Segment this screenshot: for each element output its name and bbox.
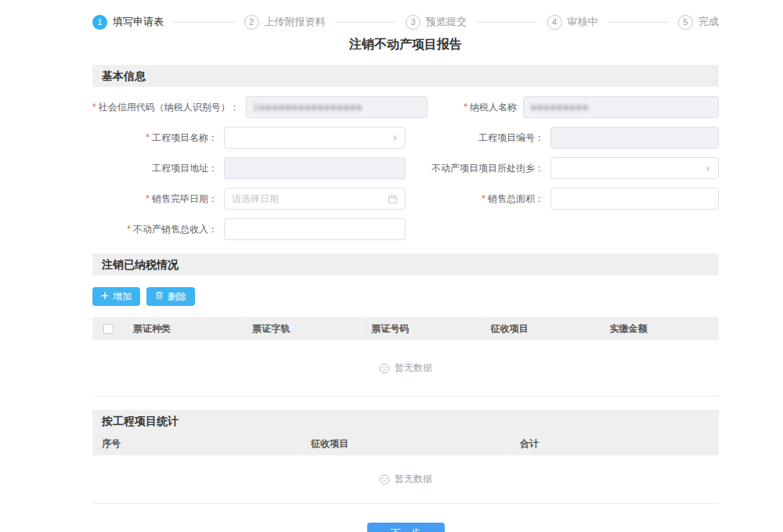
no-data-face-icon [379,474,390,485]
no-data-text: 暂无数据 [395,361,432,375]
field-label: *社会信用代码（纳税人识别号）： [92,101,246,114]
add-row-button[interactable]: 增加 [92,287,140,306]
step-number-badge: 3 [406,15,420,30]
footer: 下一步 [92,523,719,532]
section-header-project-stats: 按工程项目统计 [92,410,719,432]
field-label: *工程项目名称： [92,131,224,145]
sale-complete-date-input[interactable]: 请选择日期 [224,188,406,210]
next-step-button[interactable]: 下一步 [367,523,445,532]
delete-row-button[interactable]: 删除 [146,287,195,306]
step-label: 预览提交 [426,15,467,29]
field-sale-complete-date: *销售完毕日期： 请选择日期 [92,188,406,210]
field-label: 不动产项目项目所处街乡： [406,162,550,175]
redacted-value: 1●●●●●●●●●●●●●●●● [254,102,363,113]
select-all-checkbox[interactable] [103,324,114,334]
step-connector [335,22,397,23]
step-connector [173,22,235,23]
column-header-certificate-number: 票证号码 [361,317,480,340]
total-sale-income-input[interactable] [224,218,406,240]
total-sale-area-input[interactable] [550,188,719,210]
required-mark: * [127,224,131,235]
credit-code-input: 1●●●●●●●●●●●●●●●● [246,96,428,118]
progress-stepper: 1 填写申请表 2 上传附报资料 3 预览提交 4 审核中 5 完成 [92,14,719,30]
step-number-badge: 4 [547,15,562,30]
field-total-sale-income: *不动产销售总收入： [92,218,406,240]
project-name-select[interactable]: ∨ [224,127,406,149]
taxpayer-name-input: ●●●●●●●●● [523,96,719,118]
basic-info-form: *社会信用代码（纳税人识别号）： 1●●●●●●●●●●●●●●●● *纳税人名… [92,96,719,240]
required-mark: * [92,102,96,113]
column-header-certificate-track: 票证字轨 [242,317,361,340]
step-label: 上传附报资料 [265,15,326,29]
field-taxpayer-name: *纳税人名称 ●●●●●●●●● [406,96,719,118]
page-title: 注销不动产项目报告 [92,37,719,53]
project-address-input [224,157,406,179]
step-number-badge: 1 [92,15,107,30]
table-action-buttons: 增加 删除 [92,287,719,306]
column-header-total: 合计 [510,432,719,455]
paid-tax-table-header: 票证种类 票证字轨 票证号码 征收项目 实缴金额 [92,317,719,340]
trash-icon [155,291,164,302]
project-code-input [550,127,719,149]
step-label: 审核中 [568,15,598,29]
column-header-levy-item: 征收项目 [301,432,510,455]
date-placeholder: 请选择日期 [232,192,279,206]
calendar-icon [388,194,398,204]
required-mark: * [146,132,150,143]
chevron-down-icon: ∨ [705,164,711,172]
field-total-sale-area: *销售总面积： [406,188,719,210]
step-label: 完成 [698,15,719,29]
section-header-paid-tax: 注销已纳税情况 [92,253,719,275]
field-credit-code: *社会信用代码（纳税人识别号）： 1●●●●●●●●●●●●●●●● [92,96,406,118]
form-row: *不动产销售总收入： [92,218,719,240]
project-stats-table-header: 序号 征收项目 合计 [92,432,719,455]
step-fill-form: 1 填写申请表 [92,15,164,30]
form-row: *工程项目名称： ∨ 工程项目编号： [92,127,719,149]
field-project-name: *工程项目名称： ∨ [92,127,406,149]
field-label: 工程项目编号： [406,131,550,145]
field-project-code: 工程项目编号： [406,127,719,149]
step-upload-docs: 2 上传附报资料 [244,15,326,30]
field-label: 工程项目地址： [92,162,224,175]
project-stats-empty-state: 暂无数据 [92,455,719,504]
required-mark: * [146,193,150,204]
section-header-basic-info: 基本信息 [92,65,719,87]
required-mark: * [482,193,485,204]
redacted-value: ●●●●●●●●● [531,102,589,113]
column-header-certificate-type: 票证种类 [124,317,242,340]
project-township-select[interactable]: ∨ [550,157,719,179]
select-all-cell [92,317,124,340]
paid-tax-empty-state: 暂无数据 [92,340,719,397]
step-preview-submit: 3 预览提交 [406,15,467,30]
column-header-paid-amount: 实缴金额 [600,317,719,340]
field-label: *不动产销售总收入： [92,223,224,236]
no-data-text: 暂无数据 [395,473,432,486]
column-header-levy-item: 征收项目 [481,317,600,340]
field-label: *纳税人名称 [406,101,523,114]
step-connector [608,22,669,23]
step-number-badge: 5 [678,15,693,30]
plus-icon [101,291,109,302]
field-label: *销售总面积： [406,192,550,206]
step-complete: 5 完成 [678,15,719,30]
form-row: 工程项目地址： 不动产项目项目所处街乡： ∨ [92,157,719,179]
form-row: *销售完毕日期： 请选择日期 *销售总面积： [92,188,719,210]
step-connector [476,22,538,23]
form-row: *社会信用代码（纳税人识别号）： 1●●●●●●●●●●●●●●●● *纳税人名… [92,96,719,118]
step-number-badge: 2 [244,15,259,30]
cancellation-report-page: 1 填写申请表 2 上传附报资料 3 预览提交 4 审核中 5 完成 注销不动产… [92,0,719,532]
field-project-township: 不动产项目项目所处街乡： ∨ [406,157,719,179]
field-project-address: 工程项目地址： [92,157,406,179]
required-mark: * [464,102,467,113]
field-label: *销售完毕日期： [92,192,224,206]
no-data-face-icon [379,363,390,374]
column-header-serial-number: 序号 [92,432,301,455]
step-under-review: 4 审核中 [547,15,598,30]
chevron-down-icon: ∨ [392,134,398,142]
step-label: 填写申请表 [113,15,164,29]
